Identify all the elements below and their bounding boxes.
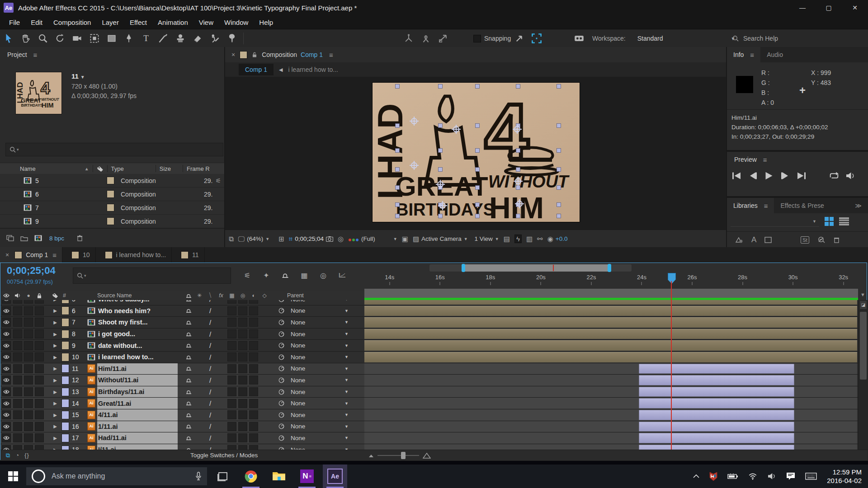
motion-blur-switch[interactable]: [238, 300, 247, 304]
project-item-name[interactable]: 9: [35, 218, 89, 225]
flowchart-icon[interactable]: ⚯: [537, 235, 543, 243]
adjustment-switch[interactable]: [249, 300, 258, 304]
expand-arrow-icon[interactable]: ▶: [53, 378, 57, 383]
camera-dropdown[interactable]: Active Camera: [421, 235, 462, 242]
motion-blur-switch[interactable]: [238, 318, 247, 327]
video-toggle[interactable]: [2, 410, 11, 419]
breadcrumb-back-icon[interactable]: ◀: [279, 67, 283, 73]
workspace-icon[interactable]: [571, 31, 588, 46]
timeline-layer-row[interactable]: ▶ 17 Ai Had/11.ai / None▼: [0, 432, 868, 444]
collapse-switch[interactable]: [195, 300, 204, 303]
motion-blur-switch[interactable]: [238, 445, 247, 450]
threed-switch[interactable]: [260, 399, 269, 408]
zoom-in-mountain-icon[interactable]: [423, 452, 431, 459]
parent-pickwhip-icon[interactable]: [278, 423, 284, 429]
frame-icon[interactable]: [764, 237, 772, 243]
quality-switch[interactable]: /: [206, 434, 215, 442]
fx-switch[interactable]: [217, 307, 226, 315]
timeline-button-icon[interactable]: ▥: [526, 235, 533, 243]
layer-color-swatch[interactable]: [61, 399, 69, 408]
layer-track[interactable]: [364, 340, 857, 351]
project-search-field[interactable]: ▾: [5, 143, 223, 156]
layer-color-swatch[interactable]: [61, 364, 69, 373]
layer-duration-bar[interactable]: [639, 364, 794, 374]
previous-frame-button[interactable]: [748, 172, 758, 180]
unlock-icon[interactable]: [252, 52, 257, 58]
show-channels-icon[interactable]: [348, 235, 359, 243]
shy-switch[interactable]: [184, 388, 193, 396]
frame-blend-switch[interactable]: [227, 410, 236, 419]
adjustment-switch[interactable]: [249, 306, 258, 315]
preview-panel-title[interactable]: Preview: [734, 156, 757, 163]
viewer-timecode[interactable]: 0;00;25;04: [295, 235, 324, 242]
timeline-layer-row[interactable]: ▶ 13 Ai Birthdays/11.ai / None▼: [0, 386, 868, 398]
shy-switch[interactable]: [184, 342, 193, 350]
expand-arrow-icon[interactable]: ▶: [53, 343, 57, 348]
threed-switch[interactable]: [260, 365, 269, 373]
menu-item[interactable]: File: [4, 15, 25, 29]
motion-blur-switch[interactable]: [238, 387, 247, 396]
fx-switch[interactable]: [217, 300, 226, 303]
fx-switch[interactable]: [217, 434, 226, 442]
unlink-icon[interactable]: [817, 236, 826, 244]
layer-color-swatch[interactable]: [61, 353, 69, 361]
frame-blending-icon[interactable]: ▦: [295, 268, 314, 282]
layer-duration-bar[interactable]: [639, 433, 794, 443]
timeline-layer-row[interactable]: ▶ 16 Ai 1/11.ai / None▼: [0, 421, 868, 433]
video-toggle[interactable]: [2, 318, 11, 327]
project-item-label-chip[interactable]: [107, 217, 114, 225]
audio-toggle[interactable]: [13, 341, 22, 350]
adjustment-switch[interactable]: [249, 375, 258, 385]
layer-color-swatch[interactable]: [61, 422, 69, 431]
lock-toggle[interactable]: [35, 318, 44, 327]
zoom-out-mountain-icon[interactable]: [368, 453, 374, 458]
timeline-layer-row[interactable]: ▶ 8 Ai i got good... / None▼: [0, 328, 868, 340]
restore-button[interactable]: ▢: [816, 0, 842, 15]
adjustment-switch[interactable]: [249, 364, 258, 373]
timeline-zoom-slider[interactable]: [368, 450, 431, 460]
motion-blur-switch[interactable]: [238, 364, 247, 373]
panel-close-icon[interactable]: ×: [231, 51, 235, 58]
parent-dropdown[interactable]: None▼: [287, 307, 352, 314]
solo-toggle[interactable]: [24, 364, 33, 373]
timeline-layer-row[interactable]: ▶ 18 Ai I/11.ai / None▼: [0, 444, 868, 450]
tray-chevron-icon[interactable]: [693, 474, 699, 478]
parent-dropdown[interactable]: None▼: [287, 400, 352, 407]
project-item-label-chip[interactable]: [107, 177, 114, 184]
tab-effects-presets[interactable]: Effects & Prese: [774, 198, 849, 213]
video-toggle[interactable]: [2, 364, 11, 373]
parent-dropdown[interactable]: None▼: [287, 377, 352, 384]
time-ruler[interactable]: 14s 16s 18s 20s 22s 24s 26s 28s 30s 32s: [364, 272, 858, 289]
expand-arrow-icon[interactable]: ▶: [53, 308, 57, 313]
quality-switch[interactable]: /: [206, 318, 215, 326]
motion-blur-switch[interactable]: [238, 329, 247, 338]
video-toggle[interactable]: [2, 422, 11, 431]
lock-toggle[interactable]: [35, 329, 44, 338]
volume-icon[interactable]: [767, 473, 776, 480]
audio-toggle[interactable]: [13, 375, 22, 385]
comp-marker-button[interactable]: ▼: [860, 292, 865, 297]
layer-name[interactable]: Shoot my first...: [97, 317, 178, 328]
camera-tool[interactable]: [69, 31, 86, 46]
layer-name[interactable]: i got good...: [97, 328, 178, 340]
threed-switch[interactable]: [260, 388, 269, 396]
parent-pickwhip-icon[interactable]: [278, 400, 284, 406]
video-toggle[interactable]: [2, 387, 11, 396]
quality-switch[interactable]: /: [206, 446, 215, 450]
navigator-end-handle[interactable]: [608, 264, 611, 272]
solo-toggle[interactable]: [24, 300, 33, 304]
layer-duration-bar[interactable]: [364, 306, 857, 316]
layer-duration-bar[interactable]: [364, 340, 857, 351]
camera-caret-icon[interactable]: ▼: [464, 237, 468, 241]
more-tabs-icon[interactable]: ≫: [849, 198, 868, 213]
draft-3d-icon[interactable]: ✦: [257, 268, 276, 282]
fx-switch[interactable]: [217, 422, 226, 431]
audio-toggle[interactable]: [13, 410, 22, 419]
timeline-layer-row[interactable]: ▶ 9 Ai date without... / None▼: [0, 340, 868, 352]
motion-blur-switch[interactable]: [238, 399, 247, 408]
tab-audio[interactable]: Audio: [760, 47, 789, 62]
solo-toggle[interactable]: [24, 352, 33, 361]
sort-arrow-icon[interactable]: ▲: [85, 166, 89, 171]
last-frame-button[interactable]: [797, 172, 807, 180]
solo-toggle[interactable]: [24, 375, 33, 385]
